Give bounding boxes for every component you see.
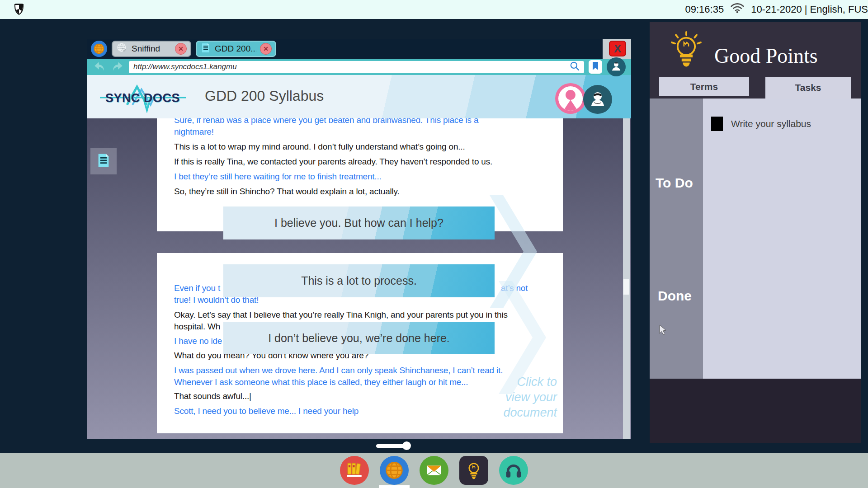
task-sections-sidebar: To Do Done (650, 99, 703, 379)
good-points-header: Good Points Terms Tasks (650, 22, 861, 99)
document-shortcut[interactable] (90, 148, 117, 174)
page-header: SYNC DOCS GDD 200 Syllabus (87, 75, 631, 118)
chevron-decoration (490, 195, 553, 414)
dock-app-good-points[interactable] (459, 456, 488, 485)
dialog-choice-process[interactable]: This is a lot to process. (223, 264, 495, 297)
chat-typing-line: That sounds awful...| (174, 390, 251, 402)
bookmark-icon (592, 61, 599, 72)
task-label: Write your syllabus (731, 118, 811, 129)
scrollbar-thumb[interactable] (623, 279, 629, 295)
document-icon (200, 42, 211, 56)
chat-line: I bet they’re still here waiting for me … (174, 171, 546, 183)
document-chat-area: Sure, if rehab was a place where you get… (87, 118, 631, 439)
section-todo: To Do (656, 175, 693, 191)
avatar-silhouette (558, 86, 583, 111)
document-icon (96, 153, 111, 170)
syncdocs-logo: SYNC DOCS (100, 80, 186, 113)
dock-app-mail[interactable] (420, 456, 448, 485)
tab-close-button[interactable]: ✕ (260, 43, 272, 55)
bookmark-button[interactable] (589, 60, 602, 74)
character-icon (587, 88, 609, 111)
tab-label: GDD 200... (215, 44, 256, 54)
dialog-choice-refuse[interactable]: I don’t believe you, we’re done here. (223, 322, 495, 354)
browser-profile-avatar[interactable] (607, 57, 626, 76)
chat-line: This is a lot to wrap my mind around. I … (174, 141, 546, 153)
chat-fragment: hospital. Wh (174, 321, 220, 333)
dock-app-music[interactable] (499, 456, 528, 485)
search-icon[interactable] (570, 61, 580, 73)
browser-tab-bar: Sniffind ✕ GDD 200... ✕ X (87, 39, 631, 59)
chat-fragment: Okay. Let’s say that I believe that you’… (174, 309, 508, 321)
chat-fragment: I was passed out when we drove here. And… (174, 365, 503, 376)
status-bar: 09:16:35 10-21-2020 | English, FUS (0, 0, 868, 19)
chat-fragment: Whenever I ask someone what this place i… (174, 376, 468, 388)
chat-line: nightmare! (174, 126, 546, 138)
dialog-choice-believe[interactable]: I believe you. But how can I help? (223, 206, 495, 239)
lightbulb-icon (459, 456, 488, 485)
back-button[interactable] (93, 61, 106, 73)
date-locale: 10-21-2020 | English, FUS (751, 4, 868, 15)
chat-line: Sure, if rehab was a place where you get… (174, 118, 546, 126)
chat-fragment: Even if you t (174, 282, 220, 294)
library-books-icon (340, 456, 369, 485)
user-avatar-character[interactable] (583, 85, 612, 114)
browser-window: Sniffind ✕ GDD 200... ✕ X http://www.syn… (87, 39, 631, 439)
good-points-title: Good Points (714, 44, 818, 68)
tab-close-button[interactable]: ✕ (175, 43, 187, 55)
desktop: 09:16:35 10-21-2020 | English, FUS Sniff… (0, 0, 868, 488)
forward-button[interactable] (111, 61, 124, 73)
dock (0, 453, 868, 488)
url-text: http://www.syncdocs1.kangmu (133, 62, 570, 71)
dock-app-library[interactable] (340, 456, 369, 485)
good-points-body: To Do Done Write your syllabus (650, 99, 861, 379)
person-icon (610, 60, 622, 74)
user-avatar-pink[interactable] (555, 83, 586, 114)
text-cursor: | (249, 391, 251, 401)
task-list: Write your syllabus (703, 99, 861, 379)
tab-label: Sniffind (132, 44, 171, 54)
chat-fragment: I have no ide (174, 335, 222, 347)
active-app-indicator (379, 485, 410, 488)
chat-fragment: Scott, I need you to believe me... I nee… (174, 405, 359, 417)
section-done: Done (658, 288, 692, 304)
shield-icon (14, 3, 24, 18)
page-title: GDD 200 Syllabus (205, 88, 324, 104)
tab-terms[interactable]: Terms (659, 77, 749, 96)
chat-line: If this is really Tina, we contacted you… (174, 156, 546, 168)
tab-sniffind[interactable]: Sniffind ✕ (112, 41, 191, 57)
tab-gdd-200[interactable]: GDD 200... ✕ (196, 41, 276, 57)
clock: 09:16:35 (685, 4, 724, 15)
dock-slider[interactable] (376, 443, 410, 450)
tab-tasks[interactable]: Tasks (765, 77, 851, 99)
url-input[interactable]: http://www.syncdocs1.kangmu (129, 61, 584, 73)
dock-app-browser[interactable] (380, 456, 409, 485)
address-bar: http://www.syncdocs1.kangmu (87, 59, 631, 75)
headphones-icon (499, 456, 528, 485)
browser-home-button[interactable] (91, 41, 107, 57)
task-checkbox[interactable] (711, 117, 723, 131)
window-close-button[interactable]: X (609, 41, 626, 56)
good-points-app: Good Points Terms Tasks To Do Done Write… (650, 22, 861, 443)
wifi-icon (730, 3, 745, 16)
scrollbar-track[interactable] (623, 118, 630, 439)
mouse-cursor (659, 324, 668, 338)
lightbulb-icon (669, 30, 704, 74)
task-row[interactable]: Write your syllabus (711, 117, 811, 131)
site-name: SYNC DOCS (105, 91, 180, 105)
globe-icon (380, 456, 409, 485)
mail-envelope-icon (420, 456, 448, 485)
slider-knob[interactable] (402, 441, 411, 450)
globe-cursor-icon (116, 42, 128, 56)
